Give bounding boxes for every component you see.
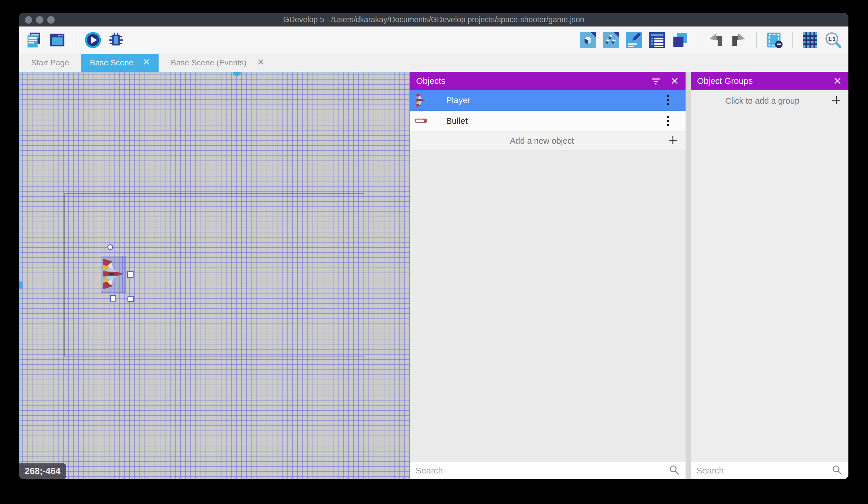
object-name: Bullet <box>446 116 666 126</box>
groups-search-row <box>691 462 848 479</box>
objects-panel-header: Objects <box>410 72 685 90</box>
tab-close-icon[interactable] <box>143 58 150 67</box>
resize-handle-right[interactable] <box>127 271 134 278</box>
tab-label: Base Scene <box>90 58 133 67</box>
add-group-row[interactable]: Click to add a group <box>691 90 848 111</box>
debug-icon[interactable] <box>107 32 124 48</box>
tab-start-page[interactable]: Start Page <box>19 54 81 72</box>
close-window-button[interactable] <box>25 16 32 24</box>
screen-background: GDevelop 5 - /Users/dkarakay/Documents/G… <box>0 0 868 504</box>
toolbar-left-group <box>26 32 124 48</box>
toolbar-divider <box>792 32 793 48</box>
cursor-coordinates: 268;-464 <box>19 463 66 479</box>
objects-search-row <box>410 462 685 479</box>
tab-bar: Start Page Base Scene Base Scene (Events… <box>19 53 848 72</box>
object-menu-icon[interactable] <box>666 115 669 127</box>
objects-panel-body <box>410 151 685 462</box>
bullet-icon <box>414 118 428 124</box>
plus-icon[interactable] <box>668 135 678 147</box>
play-icon[interactable] <box>85 32 101 48</box>
instances-list-icon[interactable] <box>649 32 665 48</box>
resize-handle-bottom[interactable] <box>110 295 116 302</box>
toolbar-divider <box>756 32 757 48</box>
rotate-handle[interactable] <box>107 244 113 250</box>
project-manager-icon[interactable] <box>26 32 43 48</box>
toolbar-divider <box>698 32 698 48</box>
object-name: Player <box>446 95 666 105</box>
resize-handle-corner[interactable] <box>127 296 134 302</box>
gdevelop-window: GDevelop 5 - /Users/dkarakay/Documents/G… <box>19 13 848 479</box>
search-icon <box>832 465 843 477</box>
filter-icon[interactable] <box>651 76 661 85</box>
window-icon[interactable] <box>49 32 66 48</box>
window-title: GDevelop 5 - /Users/dkarakay/Documents/G… <box>283 15 584 24</box>
toolbar-divider <box>75 32 75 48</box>
add-group-label: Click to add a group <box>691 96 848 106</box>
objects-panel-title: Objects <box>416 76 641 86</box>
tab-label: Base Scene (Events) <box>170 58 246 67</box>
grid-icon[interactable] <box>802 32 818 48</box>
traffic-lights <box>25 13 55 27</box>
groups-search-input[interactable] <box>691 466 832 475</box>
horizontal-scroll-track[interactable] <box>19 72 410 73</box>
scene-canvas[interactable]: 268;-464 <box>19 72 410 479</box>
layers-icon[interactable] <box>672 32 689 48</box>
object-menu-icon[interactable] <box>666 94 669 106</box>
object-groups-panel-body <box>691 111 848 462</box>
panel-divider[interactable] <box>685 72 691 479</box>
vertical-scroll-track[interactable] <box>19 72 21 479</box>
tab-label: Start Page <box>31 58 69 67</box>
zoom-window-button[interactable] <box>47 16 55 24</box>
plus-icon[interactable] <box>831 95 841 107</box>
object-groups-editor-icon[interactable] <box>603 32 619 48</box>
redo-icon[interactable] <box>731 32 747 48</box>
toolbar-right-group: 1:1 <box>580 32 841 48</box>
horizontal-scroll-thumb[interactable] <box>232 72 241 76</box>
object-groups-panel: Object Groups Click to add a group <box>691 72 848 479</box>
object-groups-panel-header: Object Groups <box>691 72 848 90</box>
add-object-row[interactable]: Add a new object <box>410 132 685 151</box>
close-icon[interactable] <box>671 77 679 85</box>
undo-icon[interactable] <box>707 32 724 48</box>
minimize-window-button[interactable] <box>36 16 43 24</box>
editor-content: 268;-464 Objects <box>19 72 848 479</box>
objects-editor-icon[interactable] <box>580 32 596 48</box>
close-icon[interactable] <box>834 77 841 85</box>
objects-search-input[interactable] <box>410 466 669 475</box>
main-toolbar: 1:1 <box>19 27 848 53</box>
zoom-1-1-label: 1:1 <box>828 36 836 42</box>
tab-base-scene-events[interactable]: Base Scene (Events) <box>158 54 276 72</box>
object-row-bullet[interactable]: Bullet <box>410 111 685 132</box>
window-mask-icon[interactable] <box>766 32 783 48</box>
tab-base-scene[interactable]: Base Scene <box>81 54 158 72</box>
tab-close-icon[interactable] <box>257 58 264 67</box>
add-object-label: Add a new object <box>410 136 685 146</box>
player-instance[interactable] <box>102 256 125 291</box>
zoom-1-1-icon[interactable]: 1:1 <box>825 32 841 48</box>
object-groups-panel-title: Object Groups <box>697 76 824 86</box>
player-ship-icon <box>414 92 428 108</box>
objects-panel: Objects <box>410 72 685 479</box>
object-row-player[interactable]: Player <box>410 90 685 111</box>
vertical-scroll-thumb[interactable] <box>19 281 23 290</box>
titlebar: GDevelop 5 - /Users/dkarakay/Documents/G… <box>19 13 848 27</box>
search-icon <box>669 465 680 477</box>
properties-icon[interactable] <box>626 32 642 48</box>
